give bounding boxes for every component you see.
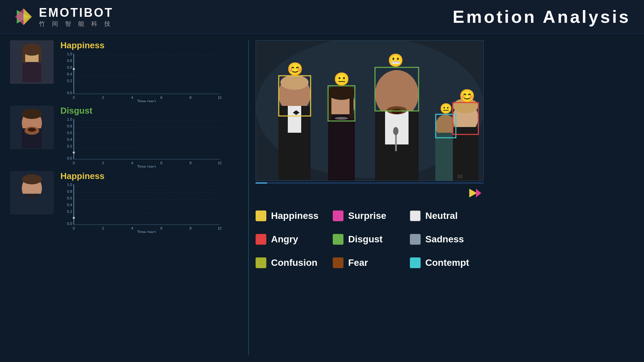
legend-item-sadness: Sadness <box>410 229 484 249</box>
svg-rect-5 <box>22 62 41 82</box>
legend-item-surprise: Surprise <box>333 206 407 226</box>
svg-rect-106 <box>435 133 455 181</box>
chart-area-1: 1.0 0.8 0.6 0.4 0.2 0.0 0 <box>60 52 221 102</box>
legend-item-confusion: Confusion <box>256 253 329 273</box>
chart-container-1: Happiness 1.0 0.8 0.6 0.4 0.2 0.0 <box>60 40 238 102</box>
play-button[interactable] <box>467 186 484 200</box>
legend-item-contempt: Contempt <box>410 253 484 273</box>
svg-text:6: 6 <box>160 226 162 230</box>
svg-text:😐: 😐 <box>334 71 350 87</box>
chart-svg-2: 1.0 0.8 0.6 0.4 0.2 0.0 0 2 4 <box>60 117 221 168</box>
svg-text:0.0: 0.0 <box>67 91 72 95</box>
legend-color-confusion <box>256 257 266 268</box>
chart-area-3: 1.0 0.8 0.6 0.4 0.2 0.0 0 2 4 <box>60 183 221 233</box>
legend-label-angry: Angry <box>271 234 298 245</box>
svg-rect-61 <box>22 194 42 214</box>
svg-text:0.2: 0.2 <box>67 144 72 148</box>
svg-text:0.8: 0.8 <box>67 59 72 63</box>
svg-text:2: 2 <box>102 226 104 230</box>
legend-label-surprise: Surprise <box>348 210 386 221</box>
video-scene: 😊 😐 😬 😐 😊 10 <box>256 41 484 181</box>
svg-text:2: 2 <box>102 161 104 165</box>
legend-color-disgust <box>333 234 343 245</box>
logo-text: EMOTIBOT 竹 间 智 能 科 技 <box>39 6 113 28</box>
svg-point-36 <box>28 128 36 132</box>
logo-subtitle: 竹 间 智 能 科 技 <box>39 20 113 28</box>
svg-text:0.6: 0.6 <box>67 65 72 69</box>
legend-label-disgust: Disgust <box>348 234 383 245</box>
legend-label-happiness: Happiness <box>271 210 319 221</box>
face-thumbnail-2 <box>10 106 54 149</box>
legend-label-contempt: Contempt <box>425 257 469 268</box>
left-panel: Happiness 1.0 0.8 0.6 0.4 0.2 0.0 <box>0 34 248 362</box>
chart-label-1: Happiness <box>60 40 238 51</box>
playback-controls <box>256 184 484 202</box>
svg-text:0.4: 0.4 <box>67 137 72 141</box>
video-area: 😊 😐 😬 😐 😊 10 <box>256 40 484 181</box>
svg-marker-1 <box>23 8 32 25</box>
svg-text:0.8: 0.8 <box>67 189 72 193</box>
page-title: Emotion Analysis <box>453 7 631 27</box>
svg-text:0: 0 <box>73 96 75 100</box>
svg-text:0.6: 0.6 <box>67 131 72 135</box>
svg-text:0.6: 0.6 <box>67 196 72 200</box>
svg-rect-108 <box>453 127 478 181</box>
legend-item-angry: Angry <box>256 229 329 249</box>
legend-label-fear: Fear <box>348 257 368 268</box>
svg-text:10: 10 <box>457 174 463 179</box>
legend-color-happiness <box>256 210 266 221</box>
svg-text:4: 4 <box>131 96 133 100</box>
chart-container-3: Happiness 1.0 0.8 0.6 0.4 0.2 0.0 <box>60 171 238 233</box>
svg-text:4: 4 <box>131 161 133 165</box>
svg-point-62 <box>22 174 42 184</box>
svg-text:8: 8 <box>190 226 192 230</box>
svg-rect-8 <box>39 50 41 63</box>
chart-row-1: Happiness 1.0 0.8 0.6 0.4 0.2 0.0 <box>10 40 238 102</box>
legend-color-fear <box>333 257 343 268</box>
svg-text:0.4: 0.4 <box>67 203 72 207</box>
svg-text:Time (sec): Time (sec) <box>137 165 156 168</box>
legend-color-surprise <box>333 210 343 221</box>
svg-text:1.0: 1.0 <box>67 117 72 121</box>
svg-text:0.0: 0.0 <box>67 222 72 226</box>
legend-color-neutral <box>410 210 421 221</box>
legend-item-fear: Fear <box>333 253 407 273</box>
svg-text:8: 8 <box>190 96 192 100</box>
svg-point-102 <box>391 109 402 114</box>
svg-text:6: 6 <box>160 161 162 165</box>
header: EMOTIBOT 竹 间 智 能 科 技 Emotion Analysis <box>0 0 644 34</box>
svg-text:😐: 😐 <box>440 103 452 115</box>
svg-text:10: 10 <box>218 96 221 100</box>
svg-marker-122 <box>476 189 481 197</box>
svg-text:4: 4 <box>131 226 133 230</box>
svg-text:0: 0 <box>73 226 75 230</box>
legend-color-contempt <box>410 257 421 268</box>
main-content: Happiness 1.0 0.8 0.6 0.4 0.2 0.0 <box>0 34 644 362</box>
svg-point-91 <box>280 75 309 90</box>
legend-label-neutral: Neutral <box>425 210 458 221</box>
emotion-legend: Happiness Surprise Neutral Angry Disgust <box>256 206 484 273</box>
svg-marker-121 <box>469 189 477 197</box>
svg-text:1.0: 1.0 <box>67 52 72 56</box>
logo-title: EMOTIBOT <box>39 6 113 20</box>
svg-text:0.2: 0.2 <box>67 209 72 214</box>
svg-text:😊: 😊 <box>287 61 303 77</box>
svg-text:0.2: 0.2 <box>67 79 72 83</box>
svg-text:8: 8 <box>190 161 192 165</box>
svg-rect-7 <box>22 50 25 63</box>
svg-text:1.0: 1.0 <box>67 183 72 187</box>
svg-rect-93 <box>328 114 355 181</box>
svg-text:2: 2 <box>102 96 104 100</box>
legend-label-sadness: Sadness <box>425 234 464 245</box>
face-thumbnail-3 <box>10 171 54 215</box>
legend-color-angry <box>256 234 266 245</box>
face-thumbnail-1 <box>10 40 54 84</box>
svg-rect-96 <box>350 93 354 119</box>
svg-point-97 <box>335 117 348 120</box>
chart-area-2: 1.0 0.8 0.6 0.4 0.2 0.0 0 2 4 <box>60 117 221 168</box>
svg-text:Time (sec): Time (sec) <box>137 99 156 102</box>
svg-text:0.8: 0.8 <box>67 124 72 128</box>
svg-text:10: 10 <box>218 226 221 230</box>
svg-text:😊: 😊 <box>459 88 475 104</box>
legend-item-disgust: Disgust <box>333 229 407 249</box>
